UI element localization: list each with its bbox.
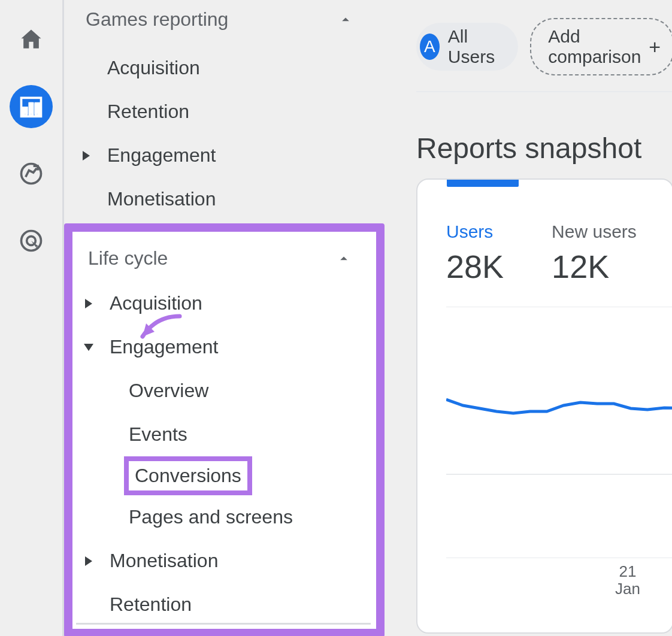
- highlight-lifecycle: Life cycle Acquisition Engagement Overvi…: [64, 223, 385, 636]
- nav-lifecycle-engagement[interactable]: Engagement: [75, 325, 374, 369]
- page-title: Reports snapshot: [416, 132, 672, 165]
- nav-item-label: Engagement: [110, 336, 218, 358]
- engagement-submenu: Overview Events Conversions Pages and sc…: [75, 369, 374, 539]
- nav-item-label: Retention: [110, 593, 192, 616]
- chevron-right-icon: [83, 151, 90, 160]
- nav-item-label: Events: [129, 423, 187, 446]
- highlight-conversions: Conversions: [124, 456, 252, 495]
- section-label: Games reporting: [86, 8, 228, 31]
- chevron-right-icon: [85, 556, 92, 566]
- chevron-down-icon: [84, 344, 93, 351]
- line-chart: [446, 307, 672, 558]
- nav-item-label: Monetisation: [107, 188, 216, 210]
- segment-bar: A All Users Add comparison +: [416, 0, 672, 75]
- nav-item-label: Engagement: [107, 144, 216, 166]
- nav-sub-overview[interactable]: Overview: [124, 369, 374, 413]
- plus-icon: +: [649, 35, 661, 59]
- nav-acquisition[interactable]: Acquisition: [64, 46, 383, 90]
- nav-item-label: Acquisition: [110, 292, 202, 314]
- target-icon: [18, 228, 44, 254]
- section-lifecycle[interactable]: Life cycle: [75, 235, 374, 281]
- explore-icon: [18, 160, 44, 187]
- active-tab-indicator: [447, 180, 519, 187]
- rail-advertising[interactable]: [10, 219, 53, 262]
- stat-users[interactable]: Users 28K: [446, 222, 504, 285]
- divider: [416, 91, 672, 92]
- stat-value: 12K: [552, 248, 637, 285]
- nav-lifecycle-acquisition[interactable]: Acquisition: [75, 281, 374, 325]
- x-tick: 21 Jan: [615, 563, 640, 597]
- nav-item-label: Conversions: [135, 465, 241, 486]
- snapshot-card: Users 28K New users 12K 21 Jan: [416, 178, 672, 634]
- nav-item-label: Retention: [107, 101, 189, 123]
- nav-item-label: Acquisition: [107, 57, 200, 79]
- rail-home[interactable]: [10, 18, 53, 61]
- reports-icon: [18, 93, 44, 120]
- stat-label: Users: [446, 222, 504, 242]
- nav-item-label: Monetisation: [110, 550, 218, 572]
- left-rail: [0, 0, 62, 636]
- home-icon: [18, 26, 44, 53]
- stats-row: Users 28K New users 12K: [446, 222, 672, 285]
- separator: [76, 623, 371, 625]
- stat-value: 28K: [446, 248, 504, 285]
- section-games-reporting[interactable]: Games reporting: [64, 0, 383, 46]
- nav-monetisation[interactable]: Monetisation: [64, 177, 383, 221]
- rail-explore[interactable]: [10, 152, 53, 195]
- chevron-right-icon: [85, 299, 92, 308]
- chevron-up-icon: [335, 250, 352, 267]
- segment-badge: A: [420, 34, 440, 60]
- nav-lifecycle-retention[interactable]: Retention: [75, 583, 374, 626]
- chip-label: Add comparison: [548, 26, 643, 67]
- stat-new-users[interactable]: New users 12K: [552, 222, 637, 285]
- chip-all-users[interactable]: A All Users: [416, 23, 518, 71]
- nav-engagement[interactable]: Engagement: [64, 134, 383, 177]
- nav-sub-events[interactable]: Events: [124, 413, 374, 456]
- nav-item-label: Pages and screens: [129, 506, 293, 528]
- nav-item-label: Overview: [129, 380, 208, 402]
- section-label: Life cycle: [88, 247, 168, 269]
- nav-retention[interactable]: Retention: [64, 90, 383, 134]
- nav-sub-conversions[interactable]: Conversions: [124, 456, 374, 495]
- nav-lifecycle-monetisation[interactable]: Monetisation: [75, 539, 374, 583]
- nav-panel: Games reporting Acquisition Retention En…: [64, 0, 383, 221]
- chip-label: All Users: [448, 26, 502, 67]
- main-content: A All Users Add comparison + Reports sna…: [416, 0, 672, 636]
- stat-label: New users: [552, 222, 637, 242]
- nav-sub-pages[interactable]: Pages and screens: [124, 495, 374, 539]
- chevron-up-icon: [337, 11, 354, 28]
- chip-add-comparison[interactable]: Add comparison +: [530, 18, 672, 75]
- rail-reports[interactable]: [10, 85, 53, 128]
